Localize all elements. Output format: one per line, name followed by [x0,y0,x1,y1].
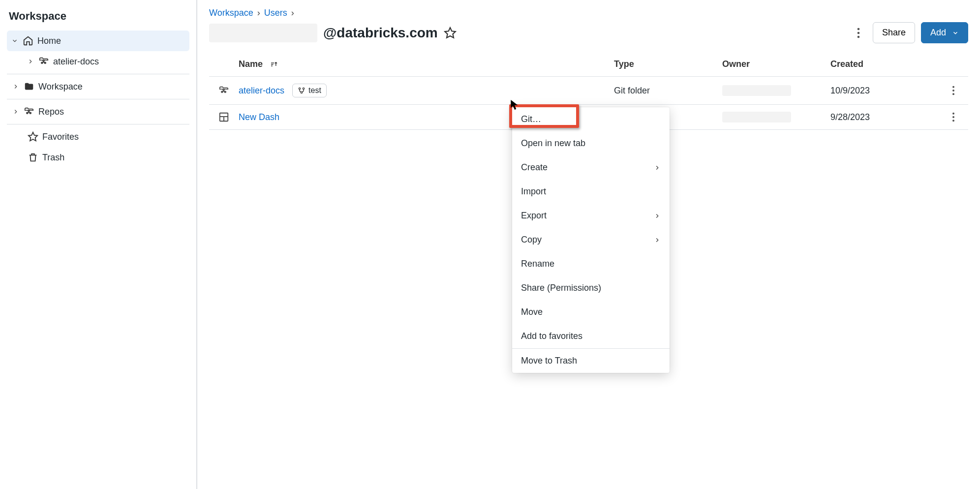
chevron-right-icon [27,58,34,65]
sidebar-item-favorites[interactable]: Favorites [7,126,189,147]
git-folder-icon [38,56,49,67]
svg-point-5 [28,110,30,112]
menu-item-open-new-tab[interactable]: Open in new tab [512,131,670,155]
svg-point-18 [952,90,954,92]
row-name-link[interactable]: New Dash [239,112,279,122]
chevron-right-icon [12,108,20,115]
sidebar-item-label: Repos [38,107,64,117]
sidebar-item-atelier-docs[interactable]: atelier-docs [7,51,189,72]
svg-marker-6 [29,132,37,141]
svg-point-17 [952,86,954,88]
sidebar-item-label: Home [37,36,61,46]
svg-point-8 [858,28,860,30]
column-header-name[interactable]: Name [239,59,614,69]
star-icon [28,131,38,142]
menu-item-git[interactable]: Git… [512,107,670,131]
svg-point-14 [299,88,300,89]
context-menu: Git… Open in new tab Create Import Expor… [512,107,670,373]
menu-item-copy[interactable]: Copy [512,228,670,252]
svg-point-13 [223,89,224,91]
divider [7,74,189,74]
page-title: @databricks.com [323,25,438,41]
add-button[interactable]: Add [921,22,968,43]
svg-point-24 [952,116,954,118]
git-folder-icon [209,85,239,96]
row-created: 10/9/2023 [830,86,939,96]
row-name-link[interactable]: atelier-docs [239,86,284,96]
chevron-right-icon [654,164,661,171]
svg-point-15 [303,88,304,89]
branch-pill[interactable]: test [292,84,327,97]
sidebar-item-repos[interactable]: Repos [7,101,189,122]
redacted-username [209,24,317,42]
chevron-down-icon [11,37,19,44]
breadcrumb: Workspace › Users › [209,8,968,18]
sidebar-item-label: Favorites [42,132,79,142]
row-kebab-button[interactable] [939,86,968,95]
dashboard-icon [209,112,239,122]
sidebar-title: Workspace [7,10,189,31]
svg-point-19 [952,93,954,95]
chevron-right-icon [12,83,20,90]
breadcrumb-separator: › [291,8,294,18]
git-folder-icon [24,106,34,117]
redacted-owner [722,85,791,96]
row-type: Git folder [614,86,722,96]
sidebar-item-home[interactable]: Home [7,31,189,51]
folder-icon [24,81,34,92]
kebab-menu-button[interactable] [850,25,867,41]
svg-point-16 [301,92,302,93]
table-row[interactable]: atelier-docs test Git folder 10/9/2023 [209,77,968,105]
column-header-created[interactable]: Created [830,59,939,69]
column-header-owner[interactable]: Owner [722,59,830,69]
svg-point-25 [952,120,954,122]
row-created: 9/28/2023 [830,112,939,122]
menu-item-add-favorites[interactable]: Add to favorites [512,324,670,348]
page-header: @databricks.com Share Add [209,22,968,43]
chevron-right-icon [654,237,661,244]
svg-point-9 [858,31,860,34]
menu-item-move[interactable]: Move [512,300,670,324]
svg-point-2 [43,60,44,61]
breadcrumb-link-workspace[interactable]: Workspace [209,8,253,18]
menu-item-share[interactable]: Share (Permissions) [512,276,670,300]
menu-item-move-trash[interactable]: Move to Trash [512,349,670,373]
menu-item-export[interactable]: Export [512,204,670,228]
svg-point-23 [952,113,954,115]
menu-item-create[interactable]: Create [512,155,670,180]
sidebar-item-label: Workspace [38,82,83,92]
sidebar-item-workspace[interactable]: Workspace [7,76,189,97]
svg-marker-7 [445,28,456,38]
breadcrumb-separator: › [257,8,260,18]
main-content: Workspace › Users › @databricks.com Shar… [197,0,980,489]
table-header-row: Name Type Owner Created [209,52,968,77]
sidebar: Workspace Home atelier-docs Workspace [0,0,197,489]
share-button[interactable]: Share [873,22,915,43]
column-header-type[interactable]: Type [614,59,722,69]
chevron-down-icon [952,30,959,36]
sort-icon [270,60,278,69]
branch-icon [298,87,306,94]
add-button-label: Add [930,28,946,38]
menu-item-import[interactable]: Import [512,180,670,204]
sidebar-item-trash[interactable]: Trash [7,147,189,168]
sidebar-item-label: atelier-docs [53,57,99,67]
home-icon [23,35,33,46]
breadcrumb-link-users[interactable]: Users [264,8,287,18]
menu-item-rename[interactable]: Rename [512,252,670,276]
chevron-right-icon [654,213,661,219]
divider [7,124,189,124]
star-icon[interactable] [444,27,457,39]
divider [7,99,189,99]
sidebar-item-label: Trash [42,153,64,163]
redacted-owner [722,112,791,122]
svg-point-10 [858,35,860,38]
trash-icon [28,152,38,163]
row-kebab-button[interactable] [939,112,968,122]
